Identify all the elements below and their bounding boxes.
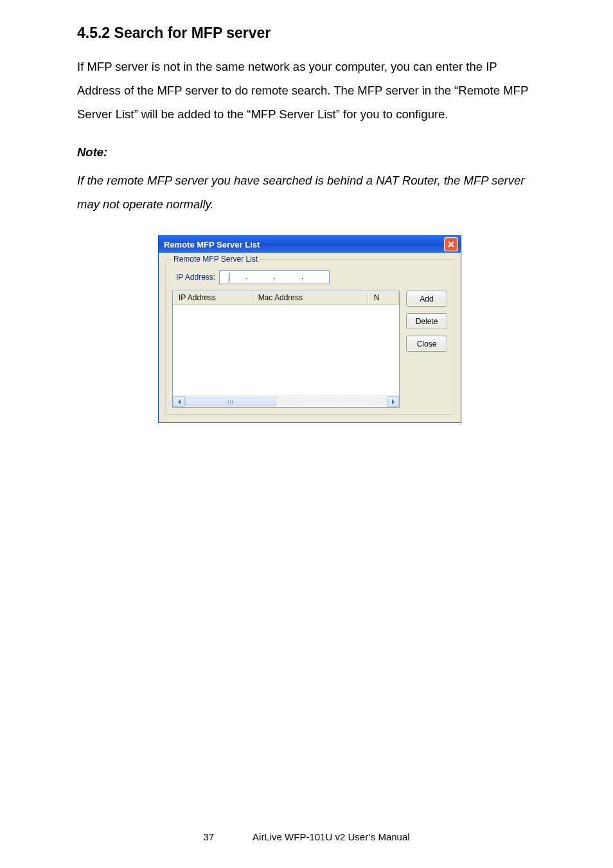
- page-number: 37: [203, 831, 214, 842]
- remote-list-groupbox: Remote MFP Server List IP Address: . . .: [165, 259, 454, 415]
- listview-body[interactable]: [173, 305, 399, 395]
- note-text: If the remote MFP server you have search…: [77, 168, 542, 216]
- scroll-track[interactable]: [185, 396, 387, 407]
- horizontal-scrollbar[interactable]: [173, 395, 399, 407]
- titlebar[interactable]: Remote MFP Server List: [159, 236, 461, 253]
- scroll-left-icon[interactable]: [173, 396, 185, 407]
- close-icon[interactable]: [444, 237, 458, 251]
- ip-octet-1[interactable]: [220, 271, 245, 284]
- ip-octet-2[interactable]: [248, 271, 274, 284]
- remote-mfp-dialog: Remote MFP Server List Remote MFP Server…: [158, 235, 461, 423]
- add-button[interactable]: Add: [406, 291, 447, 307]
- groupbox-label: Remote MFP Server List: [171, 255, 260, 264]
- manual-title: AirLive WFP-101U v2 User’s Manual: [253, 831, 410, 842]
- column-mac-address[interactable]: Mac Address: [253, 291, 368, 304]
- close-button[interactable]: Close: [406, 336, 447, 352]
- text-caret: [229, 273, 229, 282]
- scroll-thumb[interactable]: [185, 397, 276, 406]
- note-label: Note:: [77, 145, 542, 159]
- server-listview[interactable]: IP Address Mac Address N: [172, 291, 400, 408]
- scroll-right-icon[interactable]: [387, 396, 399, 407]
- ip-address-input[interactable]: . . .: [219, 270, 330, 284]
- ip-octet-4[interactable]: [303, 271, 329, 284]
- delete-button[interactable]: Delete: [406, 313, 447, 329]
- ip-octet-3[interactable]: [276, 271, 301, 284]
- ip-address-label: IP Address:: [176, 273, 215, 282]
- dialog-title: Remote MFP Server List: [164, 240, 260, 249]
- section-paragraph: If MFP server is not in the same network…: [77, 55, 542, 126]
- listview-header: IP Address Mac Address N: [173, 291, 399, 305]
- page-footer: 37 AirLive WFP-101U v2 User’s Manual: [0, 831, 613, 842]
- section-heading: 4.5.2 Search for MFP server: [77, 24, 542, 42]
- column-n[interactable]: N: [368, 291, 399, 304]
- column-ip-address[interactable]: IP Address: [173, 291, 253, 304]
